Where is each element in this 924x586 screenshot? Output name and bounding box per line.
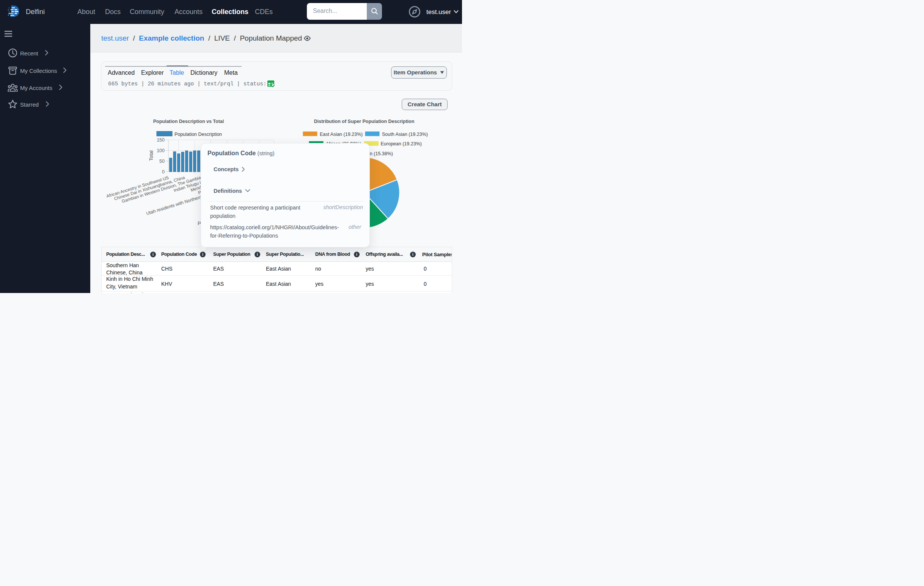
svg-text:100: 100	[157, 148, 165, 153]
svg-text:Distribution of Super Populati: Distribution of Super Population Descrip…	[314, 119, 414, 124]
svg-text:Population Description vs Tota: Population Description vs Total	[153, 119, 224, 124]
svg-text:European (19.23%): European (19.23%)	[381, 141, 422, 147]
svg-text:50: 50	[159, 159, 165, 164]
svg-text:South Asian (19.23%): South Asian (19.23%)	[382, 132, 428, 137]
svg-text:150: 150	[157, 137, 165, 143]
svg-text:Population Description: Population Description	[175, 132, 222, 137]
svg-text:0: 0	[162, 169, 165, 175]
svg-text:Total: Total	[148, 150, 154, 161]
svg-text:East Asian (19.23%): East Asian (19.23%)	[320, 132, 363, 137]
